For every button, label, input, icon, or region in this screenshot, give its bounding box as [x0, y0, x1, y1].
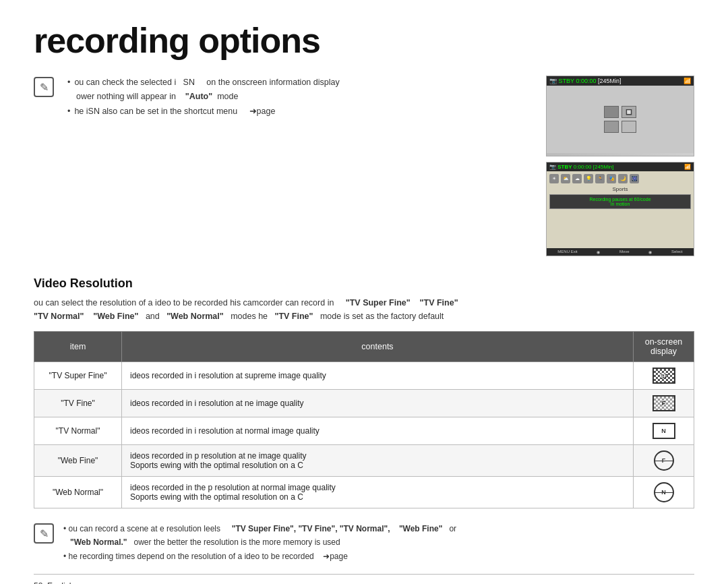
footer-move: Move — [619, 250, 630, 254]
top-screen-image: 📷 STBY 0:00:00 [245Min] 📶 🔲 — [546, 76, 694, 156]
table-row: "TV Super Fine" ideos recorded in i reso… — [34, 362, 694, 390]
page-container: recording options • ou can check the sel… — [0, 0, 728, 584]
separator — [34, 574, 694, 575]
row-item-wn: "Web Normal" — [34, 477, 122, 508]
icon-cell-wf: F — [642, 450, 686, 471]
table-row: "Web Fine" ideos recorded in p resolutio… — [34, 445, 694, 477]
s-icon-5: 🏃 — [595, 174, 605, 183]
icon-cell-sf: SF — [642, 368, 686, 384]
icon-cell-f: F — [642, 395, 686, 411]
top-note-text: • ou can check the selected i SN on the … — [67, 76, 533, 119]
s-icon-1: ☀ — [549, 174, 559, 183]
bottom-screen-header: 📷 STBY 0:00:00 [245Min] 📶 — [547, 163, 694, 171]
s-icon-3: ☁ — [572, 174, 582, 183]
bottom-bullet-2: "Web Normal." ower the better the resolu… — [63, 535, 694, 549]
note-icon-top — [34, 77, 54, 97]
rec-box: Recording pauses at 60/code In motion — [549, 194, 691, 209]
sf-icon: SF — [653, 368, 675, 384]
top-screen-header: 📷 STBY 0:00:00 [245Min] 📶 — [547, 76, 694, 86]
page-footer: 58_English — [34, 581, 694, 584]
row-contents-f: ideos recorded in i resolution at ne ima… — [122, 390, 634, 417]
s-icon-2: ⛅ — [561, 174, 570, 183]
row-item-sf: "TV Super Fine" — [34, 362, 122, 390]
sports-label: Sports — [549, 186, 691, 192]
s-icon-7: 🌙 — [618, 174, 628, 183]
icon-cell-n: N — [642, 423, 686, 439]
row-display-n: N — [634, 417, 694, 445]
rec-text-2: In motion — [553, 202, 687, 206]
top-bullet-3: • he iSN also can be set in the shortcut… — [67, 105, 533, 119]
bottom-screen-image: 📷 STBY 0:00:00 [245Min] 📶 ☀ ⛅ ☁ 💡 🏃 🎭 🌙 … — [546, 162, 694, 256]
bottom-bullet-1: • ou can record a scene at e resolution … — [63, 522, 694, 535]
footer-select: Select — [671, 250, 683, 254]
th-item: item — [34, 332, 122, 362]
row-contents-sf: ideos recorded in i resolution at suprem… — [122, 362, 634, 390]
wf-icon: F — [654, 450, 674, 471]
row-display-f: F — [634, 390, 694, 417]
video-resolution-section: Video Resolution ou can select the resol… — [34, 276, 694, 508]
bottom-note-text: • ou can record a scene at e resolution … — [63, 522, 694, 563]
top-section: • ou can check the selected i SN on the … — [34, 76, 694, 256]
bottom-icons-row: ☀ ⛅ ☁ 💡 🏃 🎭 🌙 🎆 — [549, 174, 691, 183]
row-display-wn: N — [634, 477, 694, 508]
f-icon: F — [653, 395, 675, 411]
s-icon-6: 🎭 — [607, 174, 616, 183]
bottom-bullet-3: • he recording times depend on the resol… — [63, 550, 694, 563]
table-row: "TV Normal" ideos recorded in i resoluti… — [34, 417, 694, 445]
row-item-f: "TV Fine" — [34, 390, 122, 417]
th-contents: contents — [122, 332, 634, 362]
top-bullet-1: • ou can check the selected i SN on the … — [67, 76, 533, 90]
screenshots-column: 📷 STBY 0:00:00 [245Min] 📶 🔲 — [546, 76, 694, 256]
section-title: Video Resolution — [34, 276, 694, 291]
top-screen-body: 🔲 — [547, 86, 694, 153]
table-row: "Web Normal" ideos recorded in the p res… — [34, 477, 694, 508]
rec-text-1: Recording pauses at 60/code — [553, 197, 687, 202]
n-icon: N — [653, 423, 675, 439]
resolution-table: item contents on-screendisplay "TV Super… — [34, 331, 694, 508]
table-row: "TV Fine" ideos recorded in i resolution… — [34, 390, 694, 417]
row-item-wf: "Web Fine" — [34, 445, 122, 477]
desc-line-2: "TV Normal" "Web Fine" and "Web Normal" … — [34, 310, 694, 323]
row-display-sf: SF — [634, 362, 694, 390]
wn-icon: N — [654, 482, 674, 502]
desc-line-1: ou can select the resolution of a ideo t… — [34, 296, 694, 310]
row-contents-wn: ideos recorded in the p resolution at no… — [122, 477, 634, 508]
row-item-n: "TV Normal" — [34, 417, 122, 445]
note-icon-bottom — [34, 523, 54, 544]
row-display-wf: F — [634, 445, 694, 477]
row-contents-n: ideos recorded in i resolution at normal… — [122, 417, 634, 445]
description-text: ou can select the resolution of a ideo t… — [34, 296, 694, 323]
top-bullet-2: ower nothing will appear in "Auto" mode — [67, 90, 533, 104]
s-icon-8: 🎆 — [630, 174, 639, 183]
bottom-note: • ou can record a scene at e resolution … — [34, 522, 694, 563]
page-title: recording options — [34, 20, 694, 61]
bottom-screen-footer: MENU Exit ◉ Move ◉ Select — [547, 248, 694, 256]
icon-cell-wn: N — [642, 482, 686, 502]
footer-menu: MENU Exit — [557, 250, 577, 254]
th-display: on-screendisplay — [634, 332, 694, 362]
row-contents-wf: ideos recorded in p resolution at ne ima… — [122, 445, 634, 477]
bottom-screen-body: ☀ ⛅ ☁ 💡 🏃 🎭 🌙 🎆 Sports Recording pauses … — [547, 171, 694, 214]
s-icon-4: 💡 — [584, 174, 593, 183]
